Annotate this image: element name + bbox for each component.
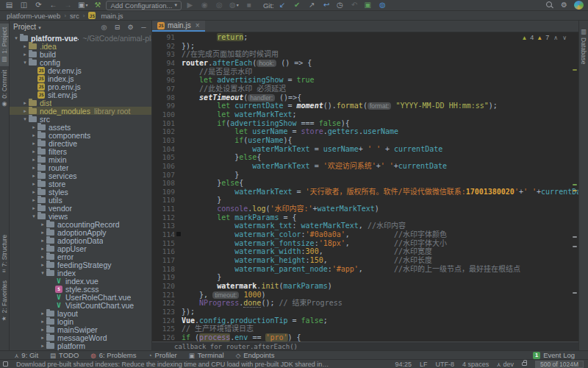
toolwindow-problems[interactable]: ◍6: Problems: [90, 351, 136, 359]
add-configuration-dropdown[interactable]: Add Configuration...▾: [106, 1, 182, 10]
breadcrumb-item-platform-vue-web[interactable]: platform-vue-web: [7, 12, 60, 20]
event-log-button[interactable]: 1Event Log: [533, 351, 575, 359]
tree-chevron-icon[interactable]: ▸: [39, 327, 46, 333]
tree-chevron-icon[interactable]: ▸: [30, 173, 37, 179]
tree-chevron-icon[interactable]: ▸: [30, 132, 37, 138]
tree-chevron-icon[interactable]: ▾: [21, 60, 29, 66]
code-line-96[interactable]: 96 let advertisingShow = true: [152, 76, 578, 85]
tree-item-mainSwiper[interactable]: ▸mainSwiper: [10, 325, 151, 333]
tree-chevron-icon[interactable]: ▸: [30, 124, 37, 130]
profile-avatar-icon[interactable]: [574, 1, 584, 10]
tree-chevron-icon[interactable]: ▸: [30, 165, 37, 171]
code-line-123[interactable]: 123});: [152, 308, 578, 316]
toolwindow-terminal[interactable]: ▣Terminal: [189, 351, 224, 359]
tree-chevron-icon[interactable]: ▸: [30, 141, 37, 146]
profile-icon[interactable]: ◍▾: [229, 1, 239, 10]
code-line-95[interactable]: 95 //是否显示水印: [152, 68, 578, 77]
tree-item-login[interactable]: ▸login: [10, 317, 151, 325]
code-line-99[interactable]: 99 let currentDate = moment().format(for…: [152, 102, 578, 110]
code-line-94[interactable]: 94router.afterEach(hook: () => {: [152, 59, 578, 68]
tree-item-store[interactable]: ▸store: [10, 180, 151, 188]
tree-chevron-icon[interactable]: ▸: [39, 222, 46, 227]
tree-chevron-icon[interactable]: ▸: [39, 238, 46, 244]
tree-chevron-icon[interactable]: ▸: [39, 262, 46, 268]
tree-chevron-icon[interactable]: ▸: [30, 157, 37, 163]
tree-chevron-icon[interactable]: ▸: [30, 189, 37, 195]
tree-chevron-icon[interactable]: ▸: [39, 343, 46, 349]
close-tab-icon[interactable]: ×: [196, 21, 200, 29]
build-hammer-icon[interactable]: ⚒: [93, 1, 102, 10]
code-line-108[interactable]: 108 }else{: [152, 179, 578, 188]
code-line-125[interactable]: 125// 生产环境错误日志: [152, 325, 578, 333]
tree-item-index-js[interactable]: JSindex.js: [10, 74, 151, 82]
code-line-113[interactable]: 113 watermark_txt: waterMarkText, //水印内容: [152, 222, 578, 230]
tree-item-dist[interactable]: ▸dist: [10, 99, 151, 107]
tree-item-layout[interactable]: ▸layout: [10, 309, 151, 317]
tree-chevron-icon[interactable]: ▸: [39, 311, 46, 316]
history-icon[interactable]: ◷: [335, 1, 345, 10]
toolwindow-database[interactable]: ▤Database: [579, 25, 588, 68]
back-icon[interactable]: ←: [49, 1, 58, 10]
debug-icon[interactable]: ◉: [200, 1, 209, 10]
tree-item-filters[interactable]: ▸filters: [10, 147, 151, 155]
tree-item-error[interactable]: ▸error: [10, 252, 151, 261]
code-line-97[interactable]: 97 //此处设置水印 必须延迟: [152, 85, 578, 93]
code-line-100[interactable]: 100 let waterMarkText;: [152, 110, 578, 119]
inspections-widget[interactable]: ▲4 ▲7 ∧∨: [521, 34, 567, 41]
tree-item-feedingStrategy[interactable]: ▸feedingStrategy: [10, 261, 151, 269]
code-line-117[interactable]: 117 watermark_height:150, //水印长度: [152, 256, 578, 265]
tree-item-assets[interactable]: ▸assets: [10, 123, 151, 131]
coverage-icon[interactable]: ◎: [215, 1, 224, 10]
tree-chevron-icon[interactable]: ▸: [21, 108, 29, 114]
locate-file-icon[interactable]: ◎: [100, 22, 108, 32]
vcs-commit-icon[interactable]: ✔: [293, 1, 302, 10]
run-targets-icon[interactable]: ▣▾: [78, 1, 87, 10]
code-line-110[interactable]: 110 }: [152, 196, 578, 205]
tree-item-index-vue[interactable]: Vindex.vue: [10, 277, 151, 285]
panel-settings-icon[interactable]: ⚙: [126, 22, 135, 32]
tree-item-router[interactable]: ▸router: [10, 163, 151, 171]
toolwindow-structure[interactable]: ≡7: Structure: [0, 231, 9, 277]
tree-chevron-icon[interactable]: ▸: [30, 181, 37, 187]
forward-icon[interactable]: →: [63, 1, 73, 10]
project-view-selector[interactable]: Project▾: [13, 23, 41, 31]
code-line-107[interactable]: 107 }: [152, 171, 578, 180]
settings-gear-icon[interactable]: ⚙: [559, 1, 569, 10]
tree-item-VisitCountChart-vue[interactable]: VVisitCountChart.vue: [10, 301, 151, 309]
open-project-icon[interactable]: ▤: [4, 1, 14, 10]
toolwindow-profiler[interactable]: ◔Profiler: [148, 351, 176, 359]
toolwindow-favorites[interactable]: ★2: Favorites: [0, 277, 9, 325]
code-line-120[interactable]: 120 watermark.init(markParams): [152, 282, 578, 291]
sync-icon[interactable]: ⟳: [34, 1, 43, 10]
line-ending[interactable]: LF: [420, 361, 428, 368]
code-editor[interactable]: ▲4 ▲7 ∧∨ 91 return;92});93//在完成页面加载的时候调用…: [152, 32, 578, 350]
tree-item-platform-vue-web[interactable]: ▾platform-vue-web~/GitCode/animal-platfo…: [10, 34, 151, 42]
tree-chevron-icon[interactable]: ▾: [12, 35, 20, 41]
tree-item-services[interactable]: ▸services: [10, 171, 151, 180]
vcs-push-icon[interactable]: ↗: [307, 1, 317, 10]
tree-chevron-icon[interactable]: ▸: [30, 205, 37, 211]
tab-main-js[interactable]: JS main.js ×: [152, 21, 205, 32]
vcs-update-icon[interactable]: ↙: [278, 1, 287, 10]
code-line-121[interactable]: 121 }, timeout: 1000): [152, 291, 578, 300]
code-line-114[interactable]: 114 watermark_color:'#0a0a0a', //水印字体颜色: [152, 230, 578, 239]
toolwindow-toggle-icon[interactable]: [3, 361, 8, 367]
code-line-92[interactable]: 92});: [152, 42, 578, 51]
indent-info[interactable]: 4 spaces: [462, 361, 489, 368]
tree-item-config[interactable]: ▾config: [10, 58, 151, 66]
tree-item-directive[interactable]: ▸directive: [10, 139, 151, 147]
hide-panel-icon[interactable]: ─: [140, 22, 148, 32]
tree-item-platform[interactable]: ▸platform: [10, 342, 151, 350]
tree-chevron-icon[interactable]: ▸: [21, 43, 29, 49]
code-line-93[interactable]: 93//在完成页面加载的时候调用: [152, 50, 578, 59]
toolwindow-commit[interactable]: ◉0: Commit: [0, 66, 9, 111]
breadcrumb-item-main-js[interactable]: JSmain.js: [88, 12, 123, 20]
tree-item-vendor[interactable]: ▸vendor: [10, 204, 151, 212]
code-line-115[interactable]: 115 watermark_fontsize:'18px', //水印字体大小: [152, 239, 578, 248]
tree-chevron-icon[interactable]: ▸: [39, 254, 46, 260]
next-problem-icon[interactable]: ∨: [562, 35, 567, 41]
code-line-126[interactable]: 126if (process.env == 'pro') {: [152, 333, 578, 342]
code-line-111[interactable]: 111 console.log('水印内容:'+waterMarkText): [152, 205, 578, 213]
code-with-me-icon[interactable]: ◍: [378, 1, 387, 10]
tree-item--idea[interactable]: ▸.idea: [10, 42, 151, 50]
